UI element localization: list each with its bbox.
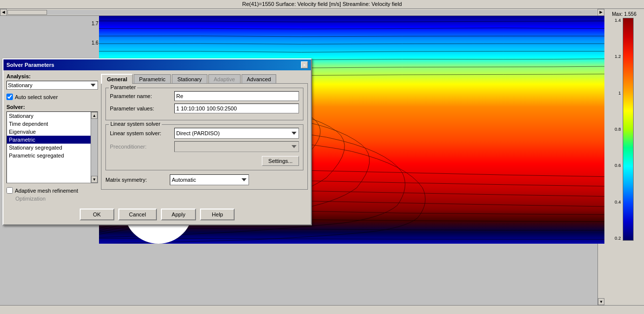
help-button[interactable]: Help [200, 209, 235, 220]
param-name-row: Parameter name: [110, 91, 299, 101]
parameter-group-title: Parameter [109, 84, 137, 90]
tab-advanced[interactable]: Advanced [242, 74, 277, 84]
solver-section-label: Solver: [6, 104, 98, 110]
param-values-label: Parameter values: [110, 105, 174, 111]
cancel-button[interactable]: Cancel [118, 209, 157, 220]
tab-adaptive[interactable]: Adaptive [208, 74, 241, 84]
preconditioner-label: Preconditioner: [110, 144, 174, 150]
auto-select-checkbox[interactable] [6, 94, 13, 100]
status-bar [0, 305, 644, 314]
linear-solver-select[interactable]: Direct (PARDISO) Iterative MUMPS [174, 128, 299, 139]
colormap-sidebar: Max: 1.556 1.4 1.2 1 0.8 0.6 0.4 0.2 [604, 9, 644, 305]
canvas-scrollbar-top[interactable]: ◀ ▶ [0, 9, 604, 16]
close-icon: × [303, 62, 306, 68]
ok-button[interactable]: OK [80, 209, 114, 220]
scroll-thumb[interactable] [7, 10, 47, 15]
auto-select-label: Auto select solver [15, 94, 58, 100]
adaptive-mesh-row: Adaptive mesh refinement [6, 187, 98, 194]
scroll-right-btn[interactable]: ▶ [597, 9, 604, 16]
solver-item-stationary[interactable]: Stationary [7, 112, 91, 120]
colormap-bar [623, 18, 634, 241]
colormap-tick-4: 0.8 [615, 127, 621, 132]
auto-select-row: Auto select solver [6, 94, 98, 100]
dialog-close-button[interactable]: × [301, 61, 308, 68]
title-text: Re(41)=1550 Surface: Velocity field [m/s… [242, 1, 402, 7]
preconditioner-row: Preconditioner: [110, 141, 299, 152]
right-panel: General Parametric Stationary Adaptive A… [101, 73, 308, 202]
parameter-group: Parameter Parameter name: Parameter valu… [105, 88, 303, 120]
solver-item-stationary-seg[interactable]: Stationary segregated [7, 144, 91, 152]
param-name-input[interactable] [174, 91, 299, 101]
tab-parametric[interactable]: Parametric [134, 74, 171, 84]
adaptive-label: Adaptive mesh refinement [15, 188, 78, 194]
solver-item-eigenvalue[interactable]: Eigenvalue [7, 128, 91, 136]
dialog-titlebar: Solver Parameters × [3, 59, 311, 70]
solver-listbox-inner: Stationary Time dependent Eigenvalue Par… [7, 112, 91, 183]
tab-stationary[interactable]: Stationary [172, 74, 207, 84]
title-bar: Re(41)=1550 Surface: Velocity field [m/s… [0, 0, 644, 9]
colormap-tick-3: 1 [615, 91, 621, 96]
matrix-symmetry-row: Matrix symmetry: Automatic Symmetric Uns… [105, 174, 303, 185]
matrix-symmetry-select[interactable]: Automatic Symmetric Unsymmetric [170, 174, 249, 185]
colormap-tick-7: 0.2 [615, 236, 621, 241]
colormap-tick-2: 1.2 [615, 54, 621, 59]
scroll-up-icon[interactable]: ▲ [91, 112, 98, 119]
solver-listbox-container: Stationary Time dependent Eigenvalue Par… [6, 111, 98, 183]
linear-solver-label: Linear system solver: [110, 130, 174, 136]
colormap-tick-6: 0.4 [615, 200, 621, 205]
settings-button[interactable]: Settings... [262, 156, 299, 166]
analysis-label: Analysis: [6, 73, 98, 79]
dialog-title: Solver Parameters [6, 62, 54, 68]
scroll-track[interactable] [7, 10, 597, 15]
param-values-input[interactable] [174, 104, 299, 113]
scroll-down-icon[interactable]: ▼ [91, 176, 98, 183]
matrix-symmetry-label: Matrix symmetry: [105, 177, 170, 183]
solver-item-parametric-seg[interactable]: Parametric segregated [7, 152, 91, 159]
solver-dialog: Solver Parameters × Analysis: Stationary… [2, 58, 312, 225]
dialog-body: Analysis: Stationary Auto select solver … [3, 70, 311, 205]
adaptive-checkbox[interactable] [6, 187, 13, 194]
colormap-max-label: Max: 1.556 [612, 11, 636, 17]
analysis-select[interactable]: Stationary [6, 81, 98, 90]
param-values-row: Parameter values: [110, 104, 299, 113]
optimization-label: Optimization [6, 196, 98, 202]
dialog-footer: OK Cancel Apply Help [3, 205, 311, 224]
apply-button[interactable]: Apply [161, 209, 197, 220]
solver-listbox-scrollbar[interactable]: ▲ ▼ [91, 112, 98, 183]
left-panel: Analysis: Stationary Auto select solver … [6, 73, 98, 202]
linear-solver-group-title: Linear system solver [109, 121, 162, 127]
tabs-bar: General Parametric Stationary Adaptive A… [101, 73, 308, 83]
param-name-label: Parameter name: [110, 93, 174, 99]
scroll-left-btn[interactable]: ◀ [0, 9, 7, 16]
colormap-tick-1: 1.4 [615, 18, 621, 23]
tab-general[interactable]: General [101, 74, 133, 84]
tab-content-general: Parameter Parameter name: Parameter valu… [101, 83, 308, 190]
scroll-track-v[interactable] [91, 119, 98, 176]
preconditioner-select[interactable] [174, 141, 299, 152]
linear-solver-row: Linear system solver: Direct (PARDISO) I… [110, 128, 299, 139]
solver-item-parametric[interactable]: Parametric [7, 136, 91, 144]
linear-solver-group: Linear system solver Linear system solve… [105, 124, 303, 170]
colormap-tick-5: 0.6 [615, 163, 621, 168]
solver-item-time-dependent[interactable]: Time dependent [7, 120, 91, 128]
scroll-down-btn[interactable]: ▼ [598, 298, 604, 305]
